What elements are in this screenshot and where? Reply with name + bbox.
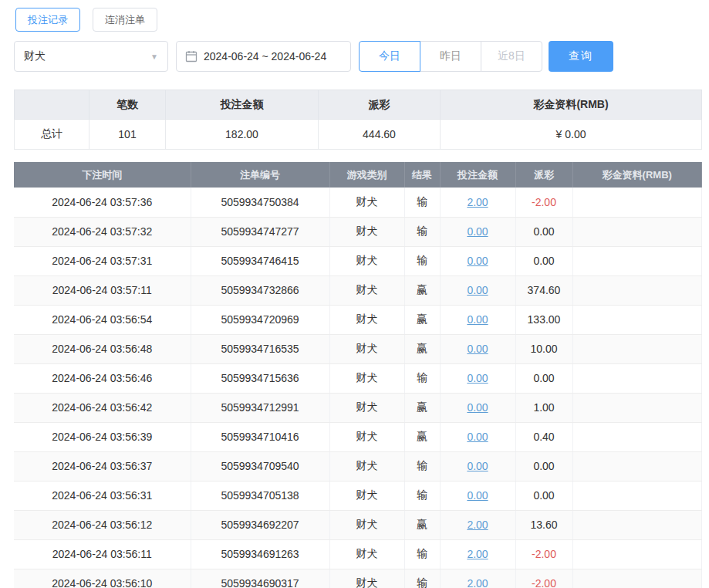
bonus-cell: [572, 305, 702, 334]
query-button[interactable]: 查询: [549, 41, 613, 72]
filter-row: 财犬 ▼ 2024-06-24 ~ 2024-06-24 今日 昨日 近8日 查…: [14, 41, 702, 72]
payout-cell: 0.00: [515, 451, 572, 481]
order-id-cell: 5059934720969: [191, 305, 329, 334]
summary-total-payout: 444.60: [319, 120, 441, 150]
order-id-cell: 5059934747277: [191, 217, 329, 246]
bet-amount-cell: 0.00: [440, 422, 515, 451]
result-cell: 输: [404, 451, 440, 481]
bet-time-cell: 2024-06-24 03:56:11: [14, 539, 191, 569]
payout-cell: 1.00: [515, 393, 572, 422]
bet-time-cell: 2024-06-24 03:57:32: [14, 217, 191, 246]
bet-time-cell: 2024-06-24 03:56:54: [14, 305, 191, 334]
bonus-cell: [572, 510, 702, 539]
payout-cell: -2.00: [515, 569, 572, 588]
bonus-cell: [572, 334, 702, 363]
table-row: 2024-06-24 03:56:125059934692207财犬赢2.001…: [14, 510, 702, 539]
bet-amount-link[interactable]: 0.00: [467, 284, 488, 296]
bet-amount-cell: 2.00: [440, 539, 515, 569]
bet-amount-cell: 2.00: [440, 188, 515, 217]
bet-amount-cell: 0.00: [440, 481, 515, 510]
bet-amount-link[interactable]: 0.00: [467, 431, 488, 443]
bet-amount-link[interactable]: 0.00: [467, 255, 488, 267]
game-type-cell: 财犬: [329, 422, 404, 451]
quick-filter-last-8-days[interactable]: 近8日: [481, 41, 542, 72]
bet-time-cell: 2024-06-24 03:56:37: [14, 451, 191, 481]
records-header-bonus: 彩金资料(RMB): [572, 162, 702, 188]
tab-cancelled-orders[interactable]: 连消注单: [93, 8, 157, 32]
bet-amount-cell: 0.00: [440, 451, 515, 481]
game-type-cell: 财犬: [329, 451, 404, 481]
tab-betting-records[interactable]: 投注记录: [15, 8, 80, 32]
bonus-cell: [572, 363, 702, 393]
bet-amount-cell: 0.00: [440, 393, 515, 422]
table-row: 2024-06-24 03:56:115059934691263财犬输2.00-…: [14, 539, 702, 569]
bonus-cell: [572, 481, 702, 510]
bet-time-cell: 2024-06-24 03:57:31: [14, 246, 191, 275]
bet-amount-cell: 0.00: [440, 275, 515, 305]
records-header-bet-time: 下注时间: [14, 162, 191, 188]
order-id-cell: 5059934712991: [191, 393, 329, 422]
date-range-value: 2024-06-24 ~ 2024-06-24: [204, 50, 326, 63]
bet-amount-cell: 0.00: [440, 217, 515, 246]
order-id-cell: 5059934732866: [191, 275, 329, 305]
bet-time-cell: 2024-06-24 03:56:42: [14, 393, 191, 422]
game-type-cell: 财犬: [329, 481, 404, 510]
quick-filter-today[interactable]: 今日: [359, 41, 420, 72]
result-cell: 赢: [404, 393, 440, 422]
game-select-value: 财犬: [24, 49, 46, 63]
table-row: 2024-06-24 03:56:465059934715636财犬输0.000…: [14, 363, 702, 393]
result-cell: 赢: [404, 334, 440, 363]
table-row: 2024-06-24 03:56:395059934710416财犬赢0.000…: [14, 422, 702, 451]
payout-cell: 0.00: [515, 246, 572, 275]
summary-total-row: 总计 101 182.00 444.60 ¥ 0.00: [15, 120, 702, 150]
summary-total-count: 101: [89, 120, 166, 150]
bet-time-cell: 2024-06-24 03:56:10: [14, 569, 191, 588]
bet-amount-cell: 2.00: [440, 510, 515, 539]
bonus-cell: [572, 422, 702, 451]
table-row: 2024-06-24 03:56:485059934716535财犬赢0.001…: [14, 334, 702, 363]
bet-amount-cell: 0.00: [440, 334, 515, 363]
bet-amount-link[interactable]: 0.00: [467, 313, 488, 326]
payout-cell: 10.00: [515, 334, 572, 363]
bet-time-cell: 2024-06-24 03:56:12: [14, 510, 191, 539]
order-id-cell: 5059934746415: [191, 246, 329, 275]
result-cell: 输: [404, 569, 440, 588]
bonus-cell: [572, 451, 702, 481]
result-cell: 输: [404, 363, 440, 393]
bet-amount-link[interactable]: 2.00: [467, 548, 488, 560]
game-type-cell: 财犬: [329, 393, 404, 422]
game-select[interactable]: 财犬 ▼: [14, 41, 168, 72]
summary-total-bonus: ¥ 0.00: [441, 120, 702, 150]
records-table: 下注时间 注单编号 游戏类别 结果 投注金额 派彩 彩金资料(RMB) 2024…: [14, 162, 702, 588]
table-row: 2024-06-24 03:57:115059934732866财犬赢0.003…: [14, 275, 702, 305]
bet-time-cell: 2024-06-24 03:56:46: [14, 363, 191, 393]
result-cell: 赢: [404, 275, 440, 305]
bet-amount-link[interactable]: 0.00: [467, 489, 488, 502]
summary-header-bonus: 彩金资料(RMB): [441, 90, 702, 120]
bet-amount-link[interactable]: 0.00: [467, 343, 488, 355]
bet-amount-link[interactable]: 2.00: [467, 196, 488, 208]
quick-filter-yesterday[interactable]: 昨日: [420, 41, 481, 72]
records-tbody: 2024-06-24 03:57:365059934750384财犬输2.00-…: [14, 188, 702, 588]
order-id-cell: 5059934716535: [191, 334, 329, 363]
date-range-picker[interactable]: 2024-06-24 ~ 2024-06-24: [176, 41, 351, 72]
bonus-cell: [572, 393, 702, 422]
summary-table: 笔数 投注金额 派彩 彩金资料(RMB) 总计 101 182.00 444.6…: [14, 90, 702, 150]
table-row: 2024-06-24 03:57:325059934747277财犬输0.000…: [14, 217, 702, 246]
payout-cell: 374.60: [515, 275, 572, 305]
bet-amount-link[interactable]: 2.00: [467, 577, 488, 588]
result-cell: 输: [404, 217, 440, 246]
bet-amount-link[interactable]: 0.00: [467, 401, 488, 414]
bet-amount-link[interactable]: 2.00: [467, 519, 488, 531]
tabs-row: 投注记录 连消注单: [14, 6, 702, 41]
bet-time-cell: 2024-06-24 03:56:48: [14, 334, 191, 363]
payout-cell: 0.40: [515, 422, 572, 451]
bonus-cell: [572, 569, 702, 588]
bet-amount-link[interactable]: 0.00: [467, 460, 488, 472]
table-row: 2024-06-24 03:56:375059934709540财犬输0.000…: [14, 451, 702, 481]
bet-amount-link[interactable]: 0.00: [467, 225, 488, 238]
records-header-payout: 派彩: [515, 162, 572, 188]
game-type-cell: 财犬: [329, 275, 404, 305]
bet-amount-link[interactable]: 0.00: [467, 372, 488, 384]
table-row: 2024-06-24 03:57:315059934746415财犬输0.000…: [14, 246, 702, 275]
